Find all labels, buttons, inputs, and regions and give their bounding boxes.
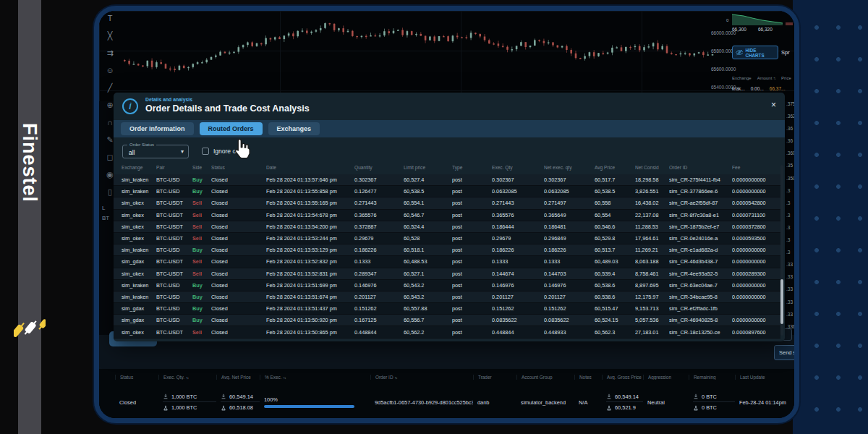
column-header[interactable]: Avg. Net Price <box>216 375 260 380</box>
column-header[interactable]: Exec. Qty. ↑↓ <box>158 375 216 380</box>
column-header[interactable]: Date <box>266 165 354 174</box>
net-icon <box>606 393 612 399</box>
scrollbar-thumb[interactable] <box>780 279 783 324</box>
clipped-price: .3 <box>786 184 794 197</box>
column-header[interactable]: Type <box>452 165 492 174</box>
routed-order-row[interactable]: sim_krakenBTC-USD BuyClosed Feb 28 2024 … <box>114 244 780 256</box>
gross-icon <box>606 405 612 411</box>
sort-icon: ↑↓ <box>773 76 775 80</box>
progress-bar <box>264 405 354 408</box>
checkbox-icon[interactable] <box>202 148 209 155</box>
column-header[interactable]: Account Group <box>516 375 574 380</box>
modal-tab[interactable]: Order Information <box>121 122 194 135</box>
clipped-price: .375 <box>786 98 794 110</box>
xabcd-pattern-tool-icon[interactable]: ╳ <box>104 31 116 41</box>
parent-order-header: Status Exec. Qty. ↑↓Avg. Net Price % Exe… <box>99 369 794 380</box>
column-header[interactable]: Remaining <box>689 375 735 380</box>
routed-orders-table: ExchangePairSideStatusDateQuantityLimit … <box>114 165 780 339</box>
gross-icon <box>221 405 226 411</box>
send-button[interactable]: Send s <box>774 345 794 360</box>
measure-tool-icon[interactable]: ╱ <box>104 83 116 93</box>
chevron-down-icon: ▾ <box>181 148 184 155</box>
column-header[interactable]: Net Consid <box>635 165 669 174</box>
clipped-price: .36 <box>786 135 794 147</box>
depth-axis-label: 66,320 <box>758 27 773 32</box>
column-header[interactable]: Notes <box>574 375 602 380</box>
routed-order-row[interactable]: sim_gdaxBTC-USDT SellClosed Feb 28 2024 … <box>114 256 780 268</box>
clipped-price: .3 <box>786 221 794 234</box>
gross-icon <box>693 405 699 411</box>
avg-net-price-value: 60,549.14 60,518.08 <box>216 391 260 413</box>
modal-tabbar: Order InformationRouted OrdersExchanges <box>114 120 785 137</box>
parent-order-bar: Status Exec. Qty. ↑↓Avg. Net Price % Exe… <box>99 369 794 418</box>
column-header[interactable]: % Exec. ↑↓ <box>260 375 370 380</box>
column-header[interactable]: Avg Price <box>595 165 635 174</box>
column-header[interactable]: Net exec. qty <box>544 165 595 174</box>
column-header[interactable]: Order ID <box>669 165 732 174</box>
routed-orders-body: sim_krakenBTC-USD BuyClosed Feb 28 2024 … <box>114 174 780 339</box>
order-details-modal: i Details and analysis Order Details and… <box>114 93 785 341</box>
clipped-price: .35 <box>786 159 794 171</box>
routed-order-row[interactable]: sim_okexBTC-USDT SellClosed Feb 28 2024 … <box>114 221 780 233</box>
page-background-dots <box>793 0 868 434</box>
routed-orders-header: ExchangePairSideStatusDateQuantityLimit … <box>114 165 780 174</box>
brand-name: Finestel <box>19 123 41 203</box>
column-header[interactable]: Pair <box>156 165 192 174</box>
brand-sidebar: Finestel <box>18 0 41 434</box>
orderbook-price-strip: .375.362.36.36.360.35.350.3.3.3.3.3.3.33… <box>786 98 794 333</box>
routed-order-row[interactable]: sim_okexBTC-USDT SellClosed Feb 28 2024 … <box>114 268 780 280</box>
column-header[interactable]: Side <box>192 165 211 174</box>
column-header[interactable]: Aggression <box>643 375 689 380</box>
modal-header: i Details and analysis Order Details and… <box>114 93 785 120</box>
column-header[interactable]: Order ID ↑↓ <box>370 375 473 380</box>
aggression-value: Neutral <box>643 399 689 406</box>
close-icon[interactable]: × <box>771 100 776 110</box>
routed-order-row[interactable]: sim_okexBTC-USDT SellClosed Feb 28 2024 … <box>114 197 780 209</box>
depth-axis-label: 66,300 <box>732 27 746 32</box>
column-header[interactable]: Status <box>211 165 266 174</box>
text-tool-icon[interactable]: T <box>104 14 116 23</box>
sort-icon: ↑↓ <box>186 375 189 380</box>
routed-order-row[interactable]: sim_okexBTC-USDT SellClosed Feb 28 2024 … <box>114 233 780 244</box>
routed-order-row[interactable]: sim_krakenBTC-USD BuyClosed Feb 28 2024 … <box>114 174 780 186</box>
net-icon <box>693 393 699 399</box>
depth-axis-labels: 66,30066,320 <box>732 27 794 32</box>
exec-qty-value: 1,000 BTC 1,000 BTC <box>158 391 216 413</box>
modal-tab[interactable]: Routed Orders <box>200 122 263 135</box>
eye-slash-icon <box>736 49 743 56</box>
projection-tool-icon[interactable]: ⇉ <box>104 48 116 58</box>
ticker-label: BT <box>102 215 109 221</box>
column-header[interactable]: Avg. Gross Price <box>602 375 643 380</box>
hide-charts-button[interactable]: HIDE CHARTS <box>732 46 778 59</box>
layout-tool-label[interactable]: L <box>102 205 105 211</box>
column-header[interactable]: Limit price <box>404 165 452 174</box>
clipped-price: .3 <box>786 197 794 209</box>
routed-order-row[interactable]: sim_okexBTC-USDT SellClosed Feb 28 2024 … <box>114 210 780 221</box>
column-header[interactable]: Last Update <box>735 375 791 380</box>
depth-chart <box>732 12 794 25</box>
emoji-tool-icon[interactable]: ☺ <box>104 66 116 75</box>
routed-order-row[interactable]: sim_okexBTC-USDT SellClosed Feb 28 2024 … <box>114 326 780 338</box>
routed-order-row[interactable]: sim_gdaxBTC-USD BuyClosed Feb 28 2024 01… <box>114 303 780 315</box>
clipped-price: .33 <box>786 271 794 283</box>
routed-order-row[interactable]: sim_krakenBTC-USD BuyClosed Feb 28 2024 … <box>114 292 780 303</box>
routed-order-row[interactable]: sim_gdaxBTC-USD BuyClosed Feb 28 2024 01… <box>114 315 780 326</box>
order-status-select[interactable]: Order Status all ▾ <box>122 145 189 158</box>
net-icon <box>163 393 169 399</box>
column-header[interactable]: Status <box>115 375 158 380</box>
orderbook-row[interactable]: krak... 0.00... 66,37... <box>732 86 794 91</box>
column-header[interactable]: Trader <box>473 375 516 380</box>
modal-tab[interactable]: Exchanges <box>268 122 320 135</box>
clipped-price: .3 <box>786 246 794 258</box>
parent-order-row[interactable]: Closed 1,000 BTC 1,000 BTC 60,549.14 60,… <box>99 386 794 418</box>
column-header[interactable]: Quantity <box>354 165 404 174</box>
ignore-orders-checkbox[interactable]: Ignore orders <box>202 148 250 155</box>
info-icon: i <box>122 98 138 114</box>
column-header[interactable]: Exchange <box>122 165 156 174</box>
remaining-value: 0 BTC 0 BTC <box>689 391 735 413</box>
routed-order-row[interactable]: sim_krakenBTC-USD BuyClosed Feb 28 2024 … <box>114 186 780 197</box>
routed-order-row[interactable]: sim_krakenBTC-USD BuyClosed Feb 28 2024 … <box>114 280 780 292</box>
column-header[interactable]: Fee <box>732 165 785 174</box>
column-header[interactable]: Exec. Qty <box>492 165 544 174</box>
depth-axis-zero: 0 <box>726 18 728 22</box>
